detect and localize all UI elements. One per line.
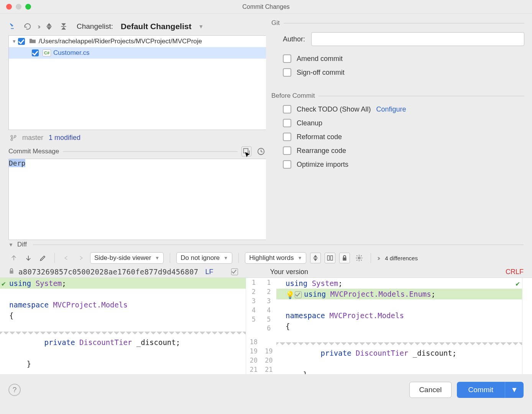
readonly-lock-icon[interactable] bbox=[339, 253, 350, 263]
optimize-imports-checkbox[interactable]: Optimize imports bbox=[283, 160, 524, 169]
folder-icon bbox=[29, 38, 36, 46]
reformat-code-checkbox[interactable]: Reformat code bbox=[283, 133, 524, 141]
diff-collapse-icon[interactable]: ▼ bbox=[8, 242, 13, 248]
commit-dropdown-button[interactable]: ▼ bbox=[505, 382, 524, 398]
author-label: Author: bbox=[283, 35, 305, 43]
left-line-ending: LF bbox=[205, 268, 213, 276]
undo-icon[interactable] bbox=[23, 22, 32, 31]
svg-point-2 bbox=[14, 135, 16, 137]
git-section-label: Git bbox=[271, 19, 280, 27]
svg-point-1 bbox=[11, 139, 13, 141]
svg-point-7 bbox=[358, 257, 360, 259]
viewer-mode-select[interactable]: Side-by-side viewer▼ bbox=[90, 252, 164, 264]
collapse-unchanged-icon[interactable] bbox=[310, 253, 321, 263]
diff-settings-icon[interactable] bbox=[354, 253, 365, 263]
highlight-select[interactable]: Highlight words▼ bbox=[245, 252, 306, 264]
sync-scroll-icon[interactable] bbox=[325, 253, 335, 263]
readonly-icon bbox=[8, 268, 15, 276]
cancel-button[interactable]: Cancel bbox=[409, 382, 451, 398]
commit-message-input[interactable]: Derp bbox=[8, 159, 266, 240]
rearrange-code-checkbox[interactable]: Rearrange code bbox=[283, 146, 524, 155]
right-line-ending: CRLF bbox=[506, 268, 524, 276]
tree-collapse-icon[interactable]: ▼ bbox=[12, 39, 16, 44]
expand-all-icon[interactable] bbox=[44, 22, 54, 31]
tree-root-row[interactable]: ▼ /Users/rachelappel/RiderProjects/MVCPr… bbox=[9, 36, 266, 47]
diff-gutter: 1122334455618191920202121 bbox=[246, 278, 276, 374]
prev-diff-icon[interactable] bbox=[8, 253, 19, 263]
before-commit-section-label: Before Commit bbox=[271, 92, 315, 100]
svg-rect-6 bbox=[331, 256, 333, 260]
root-checkbox[interactable] bbox=[18, 38, 25, 45]
cleanup-checkbox[interactable]: Cleanup bbox=[283, 119, 524, 127]
tree-file-row[interactable]: C# Customer.cs bbox=[9, 47, 266, 59]
file-name: Customer.cs bbox=[53, 49, 89, 57]
commit-hash: a8073269857c05002028ae1760fe877d9d456807 bbox=[18, 268, 199, 276]
window-minimize-button bbox=[16, 4, 21, 10]
inspection-ok-icon: ✔ bbox=[2, 279, 6, 288]
forward-icon[interactable] bbox=[76, 253, 86, 263]
include-file-checkbox[interactable] bbox=[231, 268, 238, 275]
commit-button-group[interactable]: Commit ▼ bbox=[457, 382, 524, 398]
chevron-down-icon: ▼ bbox=[198, 23, 204, 30]
amend-commit-checkbox[interactable]: Amend commit bbox=[283, 54, 524, 63]
check-todo-checkbox[interactable]: Check TODO (Show All) Configure bbox=[283, 105, 524, 113]
collapse-all-icon[interactable] bbox=[59, 22, 68, 31]
commit-button[interactable]: Commit bbox=[457, 382, 505, 398]
your-version-label: Your version bbox=[270, 268, 308, 276]
diff-right-pane[interactable]: ✔ using System;💡using MVCProject.Models.… bbox=[276, 278, 522, 374]
changed-files-tree[interactable]: ▼ /Users/rachelappel/RiderProjects/MVCPr… bbox=[8, 35, 266, 130]
diff-toolbar: Side-by-side viewer▼ Do not ignore▼ High… bbox=[0, 249, 532, 267]
changes-toolbar: ›› Changelist: Default Changelist ▼ bbox=[8, 18, 266, 35]
help-button[interactable]: ? bbox=[8, 384, 21, 396]
branch-icon bbox=[10, 135, 17, 141]
back-icon[interactable] bbox=[61, 253, 72, 263]
csharp-file-icon: C# bbox=[43, 49, 51, 56]
signoff-commit-checkbox[interactable]: Sign-off commit bbox=[283, 68, 524, 77]
configure-link[interactable]: Configure bbox=[376, 105, 406, 113]
svg-rect-3 bbox=[244, 149, 248, 153]
diff-count: 4 differences bbox=[385, 255, 418, 261]
edit-icon[interactable] bbox=[38, 253, 48, 263]
commit-message-history-icon[interactable] bbox=[256, 146, 266, 156]
titlebar: Commit Changes bbox=[0, 0, 532, 14]
more-actions-icon[interactable]: ›› bbox=[38, 23, 39, 31]
ignore-whitespace-select[interactable]: Do not ignore▼ bbox=[176, 252, 232, 264]
more-diff-actions-icon[interactable]: ›› bbox=[377, 254, 379, 262]
window-close-button[interactable] bbox=[6, 4, 12, 10]
root-path: /Users/rachelappel/RiderProjects/MVCProj… bbox=[39, 38, 202, 45]
diff-section-label: Diff bbox=[17, 241, 27, 248]
diff-left-pane[interactable]: ✔ using System;namespace MVCProject.Mode… bbox=[0, 278, 246, 374]
commit-message-insert-icon[interactable] bbox=[241, 146, 251, 156]
window-title: Commit Changes bbox=[242, 3, 290, 10]
modified-count[interactable]: 1 modified bbox=[49, 134, 80, 142]
changelist-select[interactable]: Default Changelist ▼ bbox=[121, 22, 204, 31]
svg-rect-5 bbox=[328, 256, 330, 260]
diff-viewer[interactable]: ✔ using System;namespace MVCProject.Mode… bbox=[0, 278, 532, 374]
next-diff-icon[interactable] bbox=[23, 253, 34, 263]
diff-markers bbox=[522, 278, 532, 374]
window-zoom-button[interactable] bbox=[25, 4, 31, 10]
changelist-label: Changelist: bbox=[77, 22, 113, 31]
rollback-icon[interactable] bbox=[8, 22, 18, 31]
svg-point-0 bbox=[11, 135, 13, 137]
branch-name: master bbox=[22, 134, 43, 142]
inspection-ok-icon: ✔ bbox=[516, 279, 520, 288]
file-checkbox[interactable] bbox=[32, 49, 39, 56]
author-input[interactable] bbox=[311, 32, 524, 46]
commit-message-label: Commit Message bbox=[8, 148, 59, 155]
